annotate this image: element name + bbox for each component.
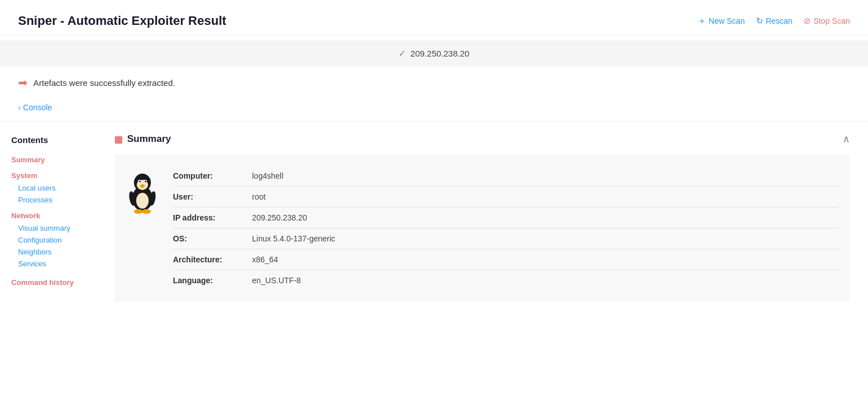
summary-row-label: Computer: <box>173 171 252 180</box>
console-toggle-button[interactable]: › Console <box>18 103 52 112</box>
summary-row-value: x86_64 <box>252 255 278 264</box>
summary-row: Computer:log4shell <box>173 166 839 187</box>
svg-point-6 <box>139 181 141 183</box>
sidebar-item-visual-summary[interactable]: Visual summary <box>11 222 85 234</box>
summary-icon: ▦ <box>114 134 123 145</box>
sidebar-item-services[interactable]: Services <box>11 258 85 270</box>
summary-row: IP address:209.250.238.20 <box>173 208 839 228</box>
summary-row-value: en_US.UTF-8 <box>252 276 301 285</box>
sidebar-item-neighbors[interactable]: Neighbors <box>11 246 85 258</box>
sidebar: Contents Summary System Local users Proc… <box>0 122 96 313</box>
summary-row: Language:en_US.UTF-8 <box>173 270 839 291</box>
contents-title: Contents <box>11 135 85 145</box>
summary-row-label: Language: <box>173 276 252 285</box>
refresh-icon: ↻ <box>756 16 763 26</box>
svg-point-7 <box>145 181 146 183</box>
sidebar-item-processes[interactable]: Processes <box>11 194 85 206</box>
sidebar-item-command-history[interactable]: Command history <box>11 276 85 288</box>
summary-row-value: log4shell <box>252 171 283 180</box>
svg-point-12 <box>142 209 151 214</box>
summary-row-label: IP address: <box>173 213 252 222</box>
sidebar-section-network: Network <box>11 211 85 220</box>
new-scan-button[interactable]: ＋ New Scan <box>697 15 745 27</box>
tux-icon <box>125 170 159 215</box>
summary-row: User:root <box>173 187 839 208</box>
svg-point-1 <box>136 193 149 209</box>
svg-point-11 <box>134 209 143 214</box>
summary-row-label: OS: <box>173 234 252 243</box>
chevron-right-icon: › <box>18 103 21 112</box>
console-section: › Console <box>0 98 868 122</box>
header-actions: ＋ New Scan ↻ Rescan ⊘ Stop Scan <box>697 15 850 27</box>
rescan-button[interactable]: ↻ Rescan <box>756 16 792 26</box>
artefacts-banner: ➡ Artefacts were successfully extracted. <box>0 67 868 98</box>
page-header: Sniper - Automatic Exploiter Result ＋ Ne… <box>0 0 868 36</box>
artefact-icon: ➡ <box>18 76 28 89</box>
summary-row: OS:Linux 5.4.0-137-generic <box>173 228 839 249</box>
page-title: Sniper - Automatic Exploiter Result <box>18 14 226 28</box>
stop-scan-button[interactable]: ⊘ Stop Scan <box>804 16 850 26</box>
artefacts-message: Artefacts were successfully extracted. <box>33 78 175 88</box>
stop-icon: ⊘ <box>804 16 811 26</box>
summary-section-title: ▦ Summary <box>114 133 171 145</box>
content-area: ▦ Summary ∧ <box>96 122 868 313</box>
summary-table: Computer:log4shellUser:rootIP address:20… <box>173 166 839 291</box>
summary-row: Architecture:x86_64 <box>173 249 839 270</box>
summary-section-header: ▦ Summary ∧ <box>114 133 850 145</box>
summary-row-label: User: <box>173 192 252 201</box>
sidebar-item-configuration[interactable]: Configuration <box>11 234 85 246</box>
ip-address-display: 209.250.238.20 <box>410 49 469 58</box>
summary-row-value: 209.250.238.20 <box>252 213 307 222</box>
sidebar-item-local-users[interactable]: Local users <box>11 182 85 194</box>
ip-status-bar: ✓ 209.250.238.20 <box>0 40 868 67</box>
summary-card: Computer:log4shellUser:rootIP address:20… <box>114 154 850 302</box>
plus-icon: ＋ <box>697 15 706 27</box>
sidebar-section-system: System <box>11 171 85 180</box>
summary-row-value: root <box>252 192 266 201</box>
collapse-button[interactable]: ∧ <box>843 133 850 145</box>
sidebar-item-summary[interactable]: Summary <box>11 154 85 166</box>
summary-row-value: Linux 5.4.0-137-generic <box>252 234 335 243</box>
svg-point-8 <box>140 184 145 188</box>
summary-row-label: Architecture: <box>173 255 252 264</box>
check-icon: ✓ <box>398 48 406 59</box>
main-content: Contents Summary System Local users Proc… <box>0 122 868 313</box>
